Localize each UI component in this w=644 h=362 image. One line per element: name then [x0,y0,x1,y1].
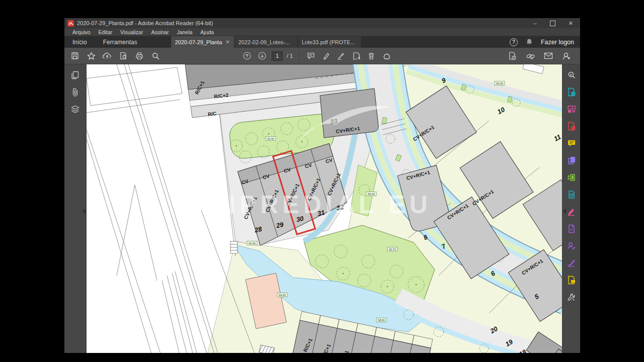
send-file-button[interactable] [351,50,362,61]
combine-files-icon[interactable] [566,155,577,166]
tab-home[interactable]: Início [64,36,95,48]
sign-in-link[interactable]: Fazer logon [541,39,574,46]
acrobat-logo-icon [67,20,74,27]
page-count-label: / 1 [287,53,293,59]
svg-text:e: e [570,73,572,76]
export-pdf-icon[interactable] [566,86,577,98]
minimize-button[interactable]: – [534,21,537,26]
svg-text:60.70: 60.70 [389,248,396,251]
print-button[interactable] [134,50,145,61]
doc-tab-lote33-label: Lote33.pdf (PROTE... [302,39,355,45]
tools-rail: e [562,64,580,353]
band-rc-label: R/C [207,111,216,117]
certificates-icon[interactable] [566,257,577,268]
doc-tab-planta-label: 2020-07-29_Planta.... [175,39,223,45]
svg-text:60.00: 60.00 [496,82,503,85]
close-button[interactable]: ✕ [569,21,573,26]
page-comment-icon[interactable] [566,275,577,286]
svg-text:58.50: 58.50 [378,319,385,322]
save-button[interactable] [69,50,80,61]
left-panel-collapse-handle[interactable] [83,209,86,214]
menu-ajuda[interactable]: Ajuda [196,29,218,35]
stairs [230,241,237,253]
more-tools-icon[interactable] [566,292,577,303]
svg-text:64.60: 64.60 [279,294,286,297]
edit-pdf-icon[interactable] [566,172,577,183]
doc-tab-lotes-label: 2022-02-09_Lotes-... [238,39,290,45]
left-panel-rail [64,64,87,353]
comment-icon[interactable] [566,138,577,149]
cloud-upload-button[interactable] [102,50,113,61]
doc-tab-lote33[interactable]: Lote33.pdf (PROTE... [297,36,361,48]
fill-sign-icon[interactable] [566,206,577,217]
undo-rotate-button[interactable] [381,50,392,61]
site-plan-drawing: R/C+1 R/C+2 R/C [87,64,562,353]
window-title: 2020-07-29_Planta.pdf - Adobe Acrobat Re… [77,20,534,26]
notifications-bell-icon[interactable] [526,38,533,46]
create-pdf-icon[interactable] [566,121,577,132]
search-icon[interactable]: e [566,69,577,80]
pdf-document-canvas[interactable]: R/C+1 R/C+2 R/C [87,64,562,353]
attachments-icon[interactable] [70,86,81,98]
menu-editar[interactable]: Editar [95,29,116,35]
page-number-input[interactable]: 1 [272,51,283,61]
email-button[interactable] [543,50,554,61]
next-page-button[interactable] [257,50,268,61]
scan-ocr-icon[interactable] [566,189,577,200]
svg-text:62.40: 62.40 [249,242,256,245]
title-bar: 2020-07-29_Planta.pdf - Adobe Acrobat Re… [64,18,580,28]
tab-tools[interactable]: Ferramentas [95,36,145,48]
toolbar: 1 / 1 [64,48,580,64]
page-thumbnails-icon[interactable] [70,69,81,80]
menu-bar: Arquivo Editar Visualizar Assinar Janela… [64,28,580,36]
menu-visualizar[interactable]: Visualizar [116,29,147,35]
delete-tool-button[interactable] [366,50,377,61]
search-button[interactable] [150,50,161,61]
menu-assinar[interactable]: Assinar [147,29,173,35]
menu-arquivo[interactable]: Arquivo [68,29,95,35]
right-panel-collapse-handle[interactable] [563,209,566,214]
highlight-tool-button[interactable] [320,50,332,61]
star-favorite-button[interactable] [86,50,97,61]
prepare-form-icon[interactable] [566,223,577,234]
acrobat-window: 2020-07-29_Planta.pdf - Adobe Acrobat Re… [64,18,580,353]
restore-button[interactable] [550,21,555,26]
doc-tab-lotes[interactable]: 2022-02-09_Lotes-... [234,36,297,48]
menu-janela[interactable]: Janela [173,29,196,35]
layers-icon[interactable] [70,104,81,115]
request-signatures-icon[interactable] [566,240,577,251]
share-link-button[interactable] [525,50,536,61]
organize-pages-icon[interactable] [566,104,577,115]
doc-tab-planta[interactable]: 2020-07-29_Planta.... ✕ [171,36,234,48]
help-icon[interactable]: ? [510,38,518,46]
comment-tool-button[interactable] [305,50,316,61]
svg-text:63.40: 63.40 [267,137,274,140]
tab-bar: Início Ferramentas 2020-07-29_Planta....… [64,36,580,48]
previous-page-button[interactable] [242,50,253,61]
export-pdf-tool-button[interactable] [507,50,518,61]
share-with-people-button[interactable] [561,50,572,61]
watermark-text: IPREDIAL EU [228,191,432,219]
export-page-button[interactable] [118,50,129,61]
screenshot-stage: 2020-07-29_Planta.pdf - Adobe Acrobat Re… [0,0,644,362]
doc-tab-close-icon[interactable]: ✕ [225,39,229,45]
sign-tool-button[interactable] [336,50,347,61]
